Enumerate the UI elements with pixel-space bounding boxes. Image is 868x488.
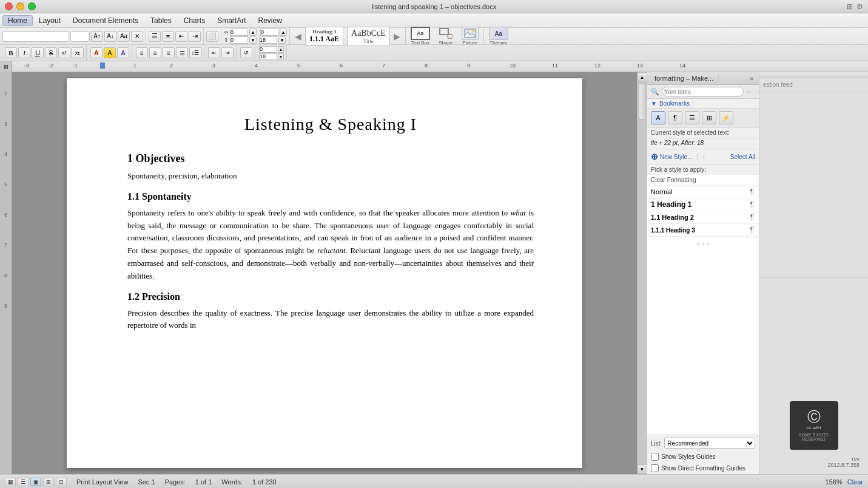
style-heading3[interactable]: Heading 3 1.1.1 AaE	[305, 27, 343, 46]
document-page[interactable]: Listening & Speaking I 1 Objectives Spon…	[67, 78, 582, 468]
show-styles-guides-checkbox[interactable]	[651, 453, 659, 461]
italic-btn[interactable]: I	[18, 47, 30, 58]
cc-icon: Ⓒ	[807, 410, 821, 424]
document-area[interactable]: Listening & Speaking I 1 Objectives Spon…	[12, 72, 637, 474]
style-heading2[interactable]: 1.1 Heading 2 ¶	[647, 211, 759, 224]
indent-decrease-btn[interactable]: ⇤	[175, 31, 187, 42]
subscript-btn[interactable]: x₂	[72, 47, 84, 58]
formatting-tab[interactable]: formatting – Make...	[650, 73, 719, 83]
highlight-btn[interactable]: A	[104, 47, 116, 58]
line-spacing-up[interactable]: ▲	[278, 46, 284, 53]
underline-btn[interactable]: U	[32, 47, 44, 58]
menu-home[interactable]: Home	[2, 15, 33, 26]
menu-tables[interactable]: Tables	[144, 15, 178, 26]
view-btn-3[interactable]: ▣	[30, 478, 41, 486]
styles-para-btn[interactable]: ¶	[668, 111, 682, 124]
themes-btn[interactable]: Aa Themes	[486, 27, 511, 46]
superscript-btn[interactable]: x²	[58, 47, 70, 58]
document-scrollbar[interactable]: ▲ ▼	[637, 72, 647, 474]
maximize-button[interactable]	[28, 2, 36, 10]
number-list-btn[interactable]: ≡	[162, 31, 174, 42]
heading-2-1: 1.1 Spontaneity	[127, 191, 534, 202]
font-size-input[interactable]: 22	[70, 31, 90, 42]
style-title[interactable]: AaBbCcE Title	[347, 27, 390, 46]
indent-dec2-btn[interactable]: ⇤	[208, 47, 220, 58]
words-label: Words:	[221, 478, 243, 486]
text-box-btn[interactable]: Aa Text Box	[408, 27, 432, 46]
styles-table-btn[interactable]: ⊞	[702, 111, 716, 124]
view-btn-1[interactable]: ▦	[5, 478, 16, 486]
show-direct-formatting-checkbox[interactable]	[651, 464, 659, 472]
search-input[interactable]	[662, 87, 744, 97]
indent-increase-btn[interactable]: ⇥	[189, 31, 201, 42]
view-btn-5[interactable]: ⊡	[56, 478, 67, 486]
view-btn-2[interactable]: ☰	[18, 478, 29, 486]
align-right-btn[interactable]: ≡	[163, 47, 175, 58]
menu-smartart[interactable]: SmartArt	[211, 15, 252, 26]
spacing-after-down[interactable]: ▼	[249, 36, 257, 44]
menu-document-elements[interactable]: Document Elements	[67, 15, 144, 26]
align-left-btn[interactable]: ⬜	[206, 31, 218, 42]
scroll-down-btn[interactable]: ▼	[638, 464, 647, 474]
font-case-btn[interactable]: Aa	[118, 31, 130, 42]
styles-all-btn[interactable]: ⚡	[719, 111, 733, 124]
spacing-after-input[interactable]	[230, 36, 248, 44]
font-name-input[interactable]: CMU Serif Roman	[2, 31, 69, 42]
align-justify-btn[interactable]: ☰	[176, 47, 188, 58]
minimize-button[interactable]	[16, 2, 24, 10]
menu-review[interactable]: Review	[252, 15, 288, 26]
view-btn-4[interactable]: ⊞	[43, 478, 54, 486]
styles-list-btn[interactable]: ☰	[685, 111, 699, 124]
new-style-btn[interactable]: ⊕ New Style...	[651, 152, 692, 161]
paragraph-2: Precision describes the quality of exact…	[127, 307, 534, 333]
window-controls[interactable]	[5, 2, 36, 10]
font-bigger-btn[interactable]: A↑	[91, 31, 103, 42]
para-spacing-down[interactable]: ▼	[278, 53, 284, 60]
indent-down[interactable]: ▼	[278, 36, 286, 44]
para-spacing-input[interactable]	[259, 53, 277, 60]
panel-close-btn[interactable]: ×	[747, 74, 756, 83]
indent-left-input[interactable]	[260, 29, 278, 36]
indent-inc2-btn[interactable]: ⇥	[221, 47, 234, 58]
ruler-corner-btn[interactable]: ⊞	[0, 61, 12, 72]
style-heading3[interactable]: 1.1.1 Heading 3 ¶	[647, 224, 759, 237]
arrow-icon[interactable]: ↕	[702, 154, 705, 160]
indent-right-input[interactable]	[259, 36, 277, 44]
style-nav-right[interactable]: ▶	[394, 32, 400, 41]
bullet-list-btn[interactable]: ☰	[149, 31, 161, 42]
clear-format-btn[interactable]: ✕	[131, 31, 143, 42]
indent-group2: ⇤ ⇥	[206, 45, 237, 61]
font-color-btn[interactable]: A	[90, 47, 103, 58]
picture-btn[interactable]: Picture	[459, 27, 481, 46]
style-normal[interactable]: Normal ¶	[647, 186, 759, 198]
text-effect-btn[interactable]: A	[117, 47, 129, 58]
style-heading1[interactable]: 1 Heading 1 ¶	[647, 198, 759, 211]
strikethrough-btn[interactable]: S	[45, 47, 57, 58]
menu-charts[interactable]: Charts	[178, 15, 211, 26]
special-format-btn[interactable]: ↺	[240, 47, 252, 58]
style-nav-left[interactable]: ◀	[295, 32, 301, 41]
settings-icon[interactable]: ⚙	[856, 2, 863, 11]
more-styles-dots[interactable]: · · ·	[647, 237, 759, 250]
scroll-up-btn[interactable]: ▲	[638, 72, 647, 82]
nav-back-icon[interactable]: ←	[746, 88, 753, 95]
shape-btn[interactable]: Shape	[435, 27, 457, 46]
scroll-thumb[interactable]	[639, 83, 646, 120]
close-button[interactable]	[5, 2, 13, 10]
bold-btn[interactable]: B	[5, 47, 17, 58]
style-clear-formatting[interactable]: Clear Formatting	[647, 175, 759, 186]
indent-up[interactable]: ▲	[280, 29, 287, 36]
select-all-btn[interactable]: Select All	[730, 154, 755, 160]
line-spacing-btn[interactable]: ↕☰	[189, 47, 201, 58]
font-smaller-btn[interactable]: A↓	[104, 31, 116, 42]
spacing-before-input[interactable]	[230, 29, 248, 36]
align-center-btn[interactable]: ≡	[149, 47, 161, 58]
menu-layout[interactable]: Layout	[33, 15, 67, 26]
scroll-track	[638, 82, 647, 464]
align-left-btn2[interactable]: ≡	[136, 47, 148, 58]
spacing-before-up[interactable]: ▲	[249, 29, 257, 36]
list-select[interactable]: Recommended	[664, 438, 755, 449]
line-spacing-input[interactable]	[259, 46, 277, 53]
bookmarks-row[interactable]: ▼ Bookmarks	[647, 99, 759, 109]
styles-char-btn[interactable]: A	[651, 111, 665, 124]
